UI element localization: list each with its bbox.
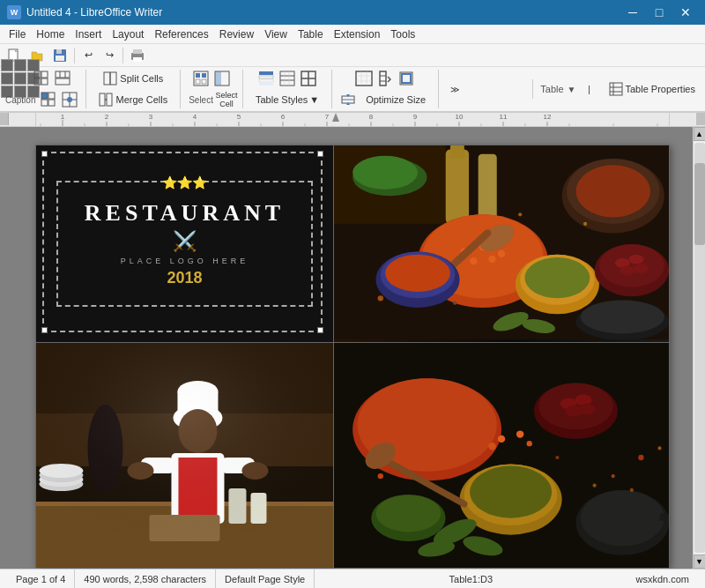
print-button[interactable] bbox=[127, 46, 148, 65]
svg-rect-29 bbox=[107, 93, 112, 106]
scrollbar-thumb[interactable] bbox=[694, 163, 705, 245]
split-cells-button[interactable]: Split Cells bbox=[97, 69, 169, 88]
merge-cells-row: Merge Cells bbox=[93, 90, 174, 109]
split-cells-row: Split Cells bbox=[97, 69, 169, 88]
stars-decoration: ⭐⭐⭐ bbox=[162, 175, 207, 190]
page-style: Default Page Style bbox=[216, 569, 315, 588]
save-button[interactable] bbox=[49, 46, 70, 65]
optimize-size-button[interactable]: Optimize Size bbox=[360, 90, 432, 109]
svg-point-112 bbox=[352, 156, 418, 190]
insert-table-button[interactable] bbox=[11, 69, 30, 88]
chef-image bbox=[36, 343, 333, 568]
svg-point-194 bbox=[516, 430, 523, 437]
caption-label: Caption bbox=[4, 95, 37, 105]
word-count: 490 words, 2,598 characters bbox=[75, 569, 216, 588]
svg-point-197 bbox=[378, 473, 383, 479]
table-cell-chef[interactable] bbox=[36, 343, 334, 569]
word-count-text: 490 words, 2,598 characters bbox=[84, 574, 206, 584]
table-styles-button[interactable]: Table Styles ▼ bbox=[249, 90, 325, 109]
svg-text:3: 3 bbox=[149, 113, 153, 121]
ts-btn1[interactable] bbox=[256, 69, 276, 88]
menu-table[interactable]: Table bbox=[293, 26, 329, 42]
select-label-row: Select Select Cell bbox=[187, 90, 236, 109]
svg-text:12: 12 bbox=[544, 113, 552, 121]
caption-btn3[interactable] bbox=[60, 90, 79, 109]
svg-point-204 bbox=[555, 456, 559, 459]
ts-btn3[interactable] bbox=[299, 69, 318, 88]
svg-text:6: 6 bbox=[281, 113, 286, 121]
menu-layout[interactable]: Layout bbox=[107, 26, 149, 42]
menu-home[interactable]: Home bbox=[31, 26, 70, 42]
select-btn2[interactable] bbox=[212, 69, 232, 88]
menu-tools[interactable]: Tools bbox=[385, 26, 420, 42]
tb-sep3 bbox=[242, 70, 243, 108]
border-btn1[interactable] bbox=[354, 69, 374, 88]
svg-rect-32 bbox=[196, 73, 200, 78]
ts-btn2[interactable] bbox=[278, 69, 297, 88]
vertical-scrollbar[interactable]: ▲ ▼ bbox=[693, 127, 705, 569]
menu-references[interactable]: References bbox=[149, 26, 213, 42]
menu-review[interactable]: Review bbox=[214, 26, 259, 42]
maximize-button[interactable]: □ bbox=[647, 3, 672, 22]
table-properties-button[interactable]: Table Properties bbox=[603, 79, 702, 99]
table-cell-spices-bottom[interactable] bbox=[333, 343, 669, 569]
table-row-1: ⭐⭐⭐ RESTAURANT ⚔️ PLACE LOGO HERE 2018 bbox=[36, 145, 670, 343]
table-cell-spices-top[interactable] bbox=[333, 145, 669, 343]
table-label: Table bbox=[540, 84, 563, 94]
svg-rect-6 bbox=[56, 56, 64, 61]
select-btn1[interactable] bbox=[191, 69, 211, 88]
menu-file[interactable]: File bbox=[4, 26, 31, 42]
select-label: Select bbox=[187, 95, 215, 105]
title-controls: ─ □ ✕ bbox=[620, 3, 698, 22]
app-title: Untitled 4 - LibreOffice Writer bbox=[26, 6, 162, 19]
scroll-down-button[interactable]: ▼ bbox=[694, 555, 706, 569]
border-bottom-row: Optimize Size bbox=[338, 90, 432, 109]
merge-cells-button[interactable]: Merge Cells bbox=[93, 90, 174, 109]
table-cell-restaurant[interactable]: ⭐⭐⭐ RESTAURANT ⚔️ PLACE LOGO HERE 2018 bbox=[36, 145, 334, 343]
table-toolbar: Caption Split Cells Merge Cells bbox=[0, 67, 705, 113]
redo-button[interactable]: ↪ bbox=[100, 46, 119, 65]
border-color-btn[interactable] bbox=[397, 69, 416, 88]
menu-extension[interactable]: Extension bbox=[329, 26, 386, 42]
svg-point-205 bbox=[657, 446, 661, 450]
svg-rect-5 bbox=[56, 49, 62, 54]
svg-rect-10 bbox=[34, 71, 41, 78]
svg-point-195 bbox=[488, 443, 495, 450]
svg-rect-114 bbox=[450, 145, 464, 159]
page-style-text: Default Page Style bbox=[225, 574, 305, 584]
minimize-button[interactable]: ─ bbox=[620, 3, 645, 22]
zoom-status[interactable]: wsxkdn.com bbox=[627, 569, 698, 588]
menu-insert[interactable]: Insert bbox=[70, 26, 107, 42]
tb-sep5 bbox=[438, 70, 439, 108]
table-grid-btn3[interactable] bbox=[53, 69, 72, 88]
svg-text:1: 1 bbox=[61, 113, 65, 121]
scroll-up-button[interactable]: ▲ bbox=[694, 127, 706, 141]
menu-view[interactable]: View bbox=[259, 26, 293, 42]
close-button[interactable]: ✕ bbox=[673, 3, 698, 22]
optimize-btn1[interactable] bbox=[338, 90, 358, 109]
border-section: Optimize Size bbox=[338, 69, 432, 109]
separator2 bbox=[122, 48, 123, 63]
svg-point-181 bbox=[579, 404, 596, 415]
svg-point-139 bbox=[634, 264, 649, 273]
svg-rect-50 bbox=[356, 71, 372, 86]
svg-rect-28 bbox=[100, 93, 105, 106]
table-properties-separator-btn[interactable]: | bbox=[580, 79, 599, 99]
svg-point-202 bbox=[612, 474, 615, 478]
scrollbar-track[interactable] bbox=[694, 143, 705, 553]
svg-rect-115 bbox=[479, 154, 497, 220]
svg-rect-20 bbox=[41, 100, 48, 106]
more-btn[interactable]: ≫ bbox=[445, 79, 464, 99]
tb-sep4 bbox=[331, 70, 332, 108]
caption-btn2[interactable] bbox=[39, 90, 58, 109]
svg-rect-9 bbox=[133, 57, 142, 62]
separator1 bbox=[74, 48, 75, 63]
svg-rect-35 bbox=[202, 79, 206, 84]
svg-point-135 bbox=[599, 244, 664, 287]
select-cell-label-btn[interactable]: Select Cell bbox=[217, 90, 236, 109]
undo-button[interactable]: ↩ bbox=[78, 46, 98, 65]
document-area[interactable]: ▲ ▼ ⭐⭐⭐ RESTAURANT ⚔️ bbox=[0, 127, 705, 569]
svg-rect-39 bbox=[259, 76, 273, 78]
table-grid-btn2[interactable] bbox=[32, 69, 51, 88]
border-dropdown-btn[interactable] bbox=[375, 69, 395, 88]
